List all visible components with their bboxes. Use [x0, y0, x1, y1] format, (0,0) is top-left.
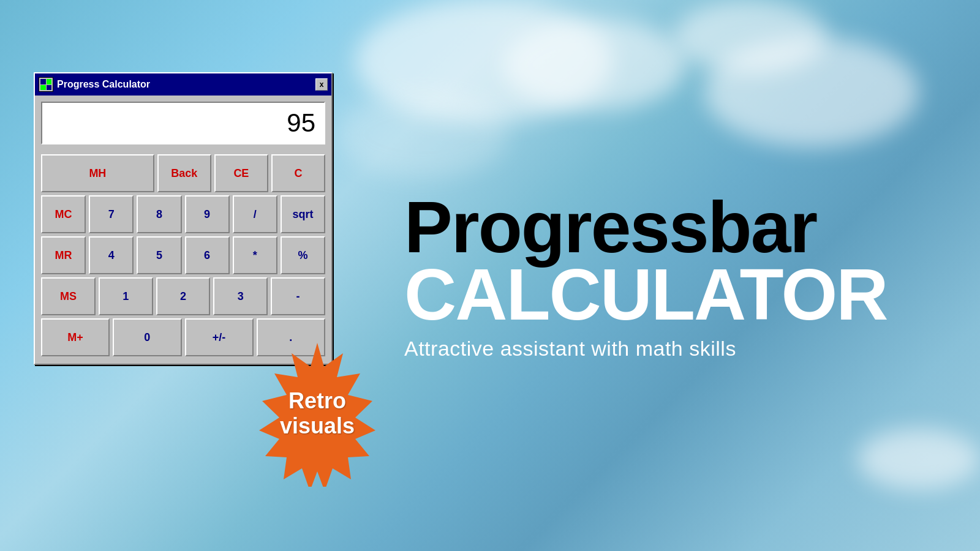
- btn-subtract[interactable]: -: [271, 277, 325, 315]
- hero-title-line1: Progressbar: [404, 191, 943, 263]
- btn-1[interactable]: 1: [99, 277, 153, 315]
- display-value: 95: [287, 108, 315, 138]
- btn-5[interactable]: 5: [137, 236, 181, 274]
- btn-0[interactable]: 0: [113, 318, 181, 356]
- btn-mr[interactable]: MR: [41, 236, 86, 274]
- btn-6[interactable]: 6: [185, 236, 230, 274]
- calculator-window: Progress Calculator x 95 MH Back CE C MC…: [34, 72, 333, 365]
- btn-4[interactable]: 4: [89, 236, 134, 274]
- title-bar: Progress Calculator x: [35, 73, 331, 96]
- btn-divide[interactable]: /: [233, 195, 277, 233]
- window-title: Progress Calculator: [57, 79, 150, 90]
- hero-content: Progressbar CALCULATOR Attractive assist…: [355, 0, 980, 551]
- close-button[interactable]: x: [315, 78, 328, 91]
- badge-text: Retro visuals: [280, 388, 355, 439]
- calculator-icon: [39, 77, 53, 92]
- btn-back[interactable]: Back: [157, 154, 211, 192]
- button-grid: MH Back CE C MC 7 8 9 / sqrt MR 4 5 6 * …: [35, 151, 331, 364]
- btn-c[interactable]: C: [271, 154, 325, 192]
- btn-percent[interactable]: %: [281, 236, 325, 274]
- icon-cell-3: [40, 85, 46, 91]
- calculator-display: 95: [41, 102, 325, 144]
- hero-title-line2: CALCULATOR: [404, 258, 943, 331]
- button-row-1: MH Back CE C: [41, 154, 325, 192]
- button-row-4: MS 1 2 3 -: [41, 277, 325, 315]
- btn-2[interactable]: 2: [156, 277, 211, 315]
- btn-ms[interactable]: MS: [41, 277, 96, 315]
- btn-3[interactable]: 3: [213, 277, 268, 315]
- btn-multiply[interactable]: *: [233, 236, 277, 274]
- btn-8[interactable]: 8: [137, 195, 181, 233]
- btn-ce[interactable]: CE: [214, 154, 268, 192]
- btn-9[interactable]: 9: [185, 195, 230, 233]
- icon-cell-2: [47, 79, 52, 84]
- badge-line1: Retro: [288, 388, 346, 413]
- badge-line2: visuals: [280, 413, 355, 438]
- icon-cell-4: [47, 85, 52, 91]
- hero-subtitle: Attractive assistant with math skills: [404, 337, 943, 361]
- button-row-2: MC 7 8 9 / sqrt: [41, 195, 325, 233]
- button-row-3: MR 4 5 6 * %: [41, 236, 325, 274]
- btn-mh[interactable]: MH: [41, 154, 154, 192]
- retro-badge: Retro visuals: [238, 334, 397, 493]
- btn-mc[interactable]: MC: [41, 195, 86, 233]
- title-bar-left: Progress Calculator: [39, 77, 150, 92]
- btn-sqrt[interactable]: sqrt: [281, 195, 325, 233]
- btn-mplus[interactable]: M+: [41, 318, 110, 356]
- btn-7[interactable]: 7: [89, 195, 134, 233]
- icon-cell-1: [40, 79, 46, 84]
